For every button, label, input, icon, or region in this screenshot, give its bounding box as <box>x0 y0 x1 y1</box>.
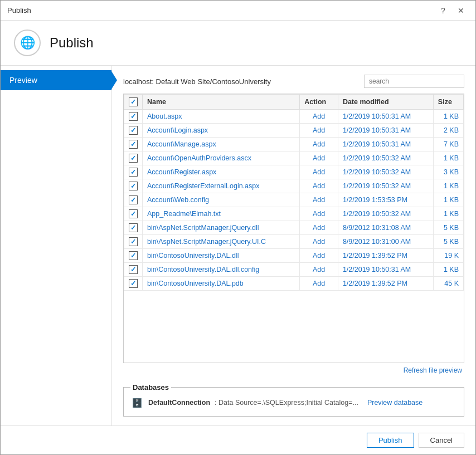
row-checkbox[interactable] <box>129 209 138 218</box>
row-date: 1/2/2019 10:50:31 AM <box>338 263 433 277</box>
row-action: Add <box>300 151 338 165</box>
row-size: 5 KB <box>433 221 463 235</box>
row-action: Add <box>300 277 338 291</box>
row-date: 1/2/2019 10:50:32 AM <box>338 165 433 179</box>
row-action: Add <box>300 193 338 207</box>
db-icon: 🗄️ <box>130 396 144 409</box>
dialog-title: Publish <box>50 35 94 51</box>
row-date: 8/9/2012 10:31:00 AM <box>338 235 433 249</box>
row-checkbox[interactable] <box>129 195 138 204</box>
row-checkbox[interactable] <box>129 237 138 246</box>
header-date: Date modified <box>338 95 433 110</box>
row-name: bin\ContosoUniversity.DAL.dll <box>143 249 300 263</box>
close-button[interactable]: ✕ <box>453 3 469 18</box>
row-action: Add <box>300 124 338 138</box>
select-all-checkbox[interactable] <box>129 97 138 106</box>
row-checkbox[interactable] <box>129 168 138 177</box>
header-checkbox-cell <box>124 95 143 110</box>
row-date: 1/2/2019 10:50:32 AM <box>338 151 433 165</box>
row-action: Add <box>300 110 338 124</box>
help-button[interactable]: ? <box>435 3 451 18</box>
row-name: Account\Login.aspx <box>143 124 300 138</box>
row-size: 3 KB <box>433 165 463 179</box>
header-icon: 🌐 <box>14 30 41 56</box>
table-row: Account\RegisterExternalLogin.aspxAdd1/2… <box>124 179 464 193</box>
row-check-cell <box>124 277 143 291</box>
table-row: Account\Manage.aspxAdd1/2/2019 10:50:31 … <box>124 138 464 151</box>
db-value: : Data Source=.\SQLExpress;Initial Catal… <box>215 399 358 407</box>
row-size: 1 KB <box>433 110 463 124</box>
cancel-button[interactable]: Cancel <box>419 433 464 448</box>
table-header-row: Name Action Date modified Size <box>124 95 464 110</box>
row-size: 45 K <box>433 277 463 291</box>
table-row: Account\Login.aspxAdd1/2/2019 10:50:31 A… <box>124 124 464 138</box>
content-header: localhost: Default Web Site/ContosoUnive… <box>123 75 464 88</box>
row-checkbox[interactable] <box>129 223 138 232</box>
title-bar: Publish ? ✕ <box>1 1 475 21</box>
row-size: 5 KB <box>433 235 463 249</box>
row-date: 1/2/2019 10:50:32 AM <box>338 179 433 193</box>
row-check-cell <box>124 138 143 151</box>
header-size: Size <box>433 95 463 110</box>
globe-icon: 🌐 <box>20 36 35 50</box>
databases-legend: Databases <box>130 383 171 392</box>
row-checkbox[interactable] <box>129 279 138 288</box>
table-row: About.aspxAdd1/2/2019 10:50:31 AM1 KB <box>124 110 464 124</box>
row-checkbox[interactable] <box>129 251 138 260</box>
row-check-cell <box>124 263 143 277</box>
row-name: Account\Web.config <box>143 193 300 207</box>
row-size: 1 KB <box>433 179 463 193</box>
row-check-cell <box>124 151 143 165</box>
row-checkbox[interactable] <box>129 112 138 121</box>
table-row: App_Readme\Elmah.txtAdd1/2/2019 10:50:32… <box>124 207 464 221</box>
preview-database-link[interactable]: Preview database <box>367 399 422 407</box>
row-name: bin\ContosoUniversity.DAL.pdb <box>143 277 300 291</box>
table-row: Account\Register.aspxAdd1/2/2019 10:50:3… <box>124 165 464 179</box>
database-row: 🗄️DefaultConnection: Data Source=.\SQLEx… <box>130 396 457 409</box>
row-action: Add <box>300 235 338 249</box>
db-name: DefaultConnection <box>148 399 210 407</box>
header-action: Action <box>300 95 338 110</box>
table-row: Account\OpenAuthProviders.ascxAdd1/2/201… <box>124 151 464 165</box>
publish-button[interactable]: Publish <box>367 433 414 448</box>
databases-section: Databases 🗄️DefaultConnection: Data Sour… <box>123 383 464 417</box>
row-date: 1/2/2019 10:50:31 AM <box>338 110 433 124</box>
row-check-cell <box>124 124 143 138</box>
row-name: bin\ContosoUniversity.DAL.dll.config <box>143 263 300 277</box>
file-table-wrapper[interactable]: Name Action Date modified Size About.asp… <box>123 94 464 363</box>
row-checkbox[interactable] <box>129 154 138 163</box>
row-size: 2 KB <box>433 124 463 138</box>
title-bar-text: Publish <box>7 6 31 14</box>
row-name: bin\AspNet.ScriptManager.jQuery.UI.C <box>143 235 300 249</box>
row-action: Add <box>300 165 338 179</box>
row-action: Add <box>300 138 338 151</box>
row-checkbox[interactable] <box>129 265 138 274</box>
refresh-link[interactable]: Refresh file preview <box>123 363 464 378</box>
row-check-cell <box>124 207 143 221</box>
row-checkbox[interactable] <box>129 126 138 135</box>
search-input[interactable] <box>364 75 464 88</box>
row-checkbox[interactable] <box>129 182 138 190</box>
table-row: bin\ContosoUniversity.DAL.pdbAdd1/2/2019… <box>124 277 464 291</box>
dialog-header: 🌐 Publish <box>1 21 475 66</box>
row-action: Add <box>300 179 338 193</box>
row-date: 1/2/2019 1:53:53 PM <box>338 193 433 207</box>
row-name: Account\OpenAuthProviders.ascx <box>143 151 300 165</box>
row-check-cell <box>124 179 143 193</box>
row-action: Add <box>300 221 338 235</box>
row-check-cell <box>124 249 143 263</box>
row-size: 1 KB <box>433 263 463 277</box>
row-date: 8/9/2012 10:31:08 AM <box>338 221 433 235</box>
header-name: Name <box>143 95 300 110</box>
row-name: bin\AspNet.ScriptManager.jQuery.dll <box>143 221 300 235</box>
table-row: bin\AspNet.ScriptManager.jQuery.UI.CAdd8… <box>124 235 464 249</box>
table-row: bin\AspNet.ScriptManager.jQuery.dllAdd8/… <box>124 221 464 235</box>
table-row: bin\ContosoUniversity.DAL.dll.configAdd1… <box>124 263 464 277</box>
row-date: 1/2/2019 1:39:52 PM <box>338 249 433 263</box>
sidebar-item-preview[interactable]: Preview <box>1 70 111 90</box>
row-name: About.aspx <box>143 110 300 124</box>
row-name: Account\RegisterExternalLogin.aspx <box>143 179 300 193</box>
row-size: 1 KB <box>433 207 463 221</box>
row-checkbox[interactable] <box>129 140 138 149</box>
file-table-body: About.aspxAdd1/2/2019 10:50:31 AM1 KBAcc… <box>124 110 464 291</box>
